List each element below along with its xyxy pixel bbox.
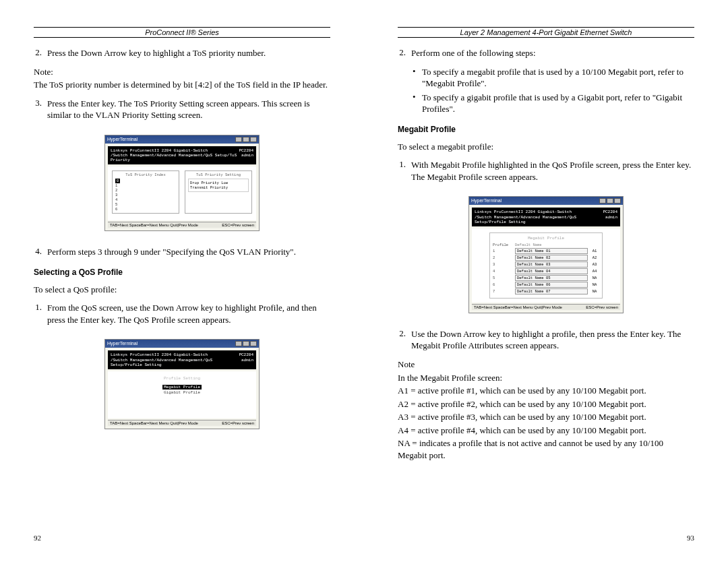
- terminal-header: Linksys ProConnectII 2204 Gigabit-Switch…: [108, 146, 256, 165]
- left-step-3: 3. Press the Enter key. The ToS Priority…: [34, 98, 330, 121]
- right-step-2: 2. Perform one of the following steps:: [398, 47, 694, 59]
- qos-intro: To select a QoS profile:: [34, 284, 330, 296]
- a4-text: A4 = active profile #4, which can be use…: [398, 425, 694, 437]
- bullet-gigabit: • To specify a gigabit profile that is u…: [413, 92, 694, 115]
- close-icon[interactable]: [250, 137, 257, 142]
- titlebar: HyperTerminal: [469, 197, 623, 205]
- window-title: HyperTerminal: [471, 198, 502, 204]
- bullet-icon: •: [413, 92, 422, 115]
- terminal-window: HyperTerminal Linksys ProConnectII 2204 …: [104, 339, 260, 429]
- profile-row: 2Default Name 02A2: [493, 255, 599, 261]
- page-number-right: 93: [687, 534, 694, 542]
- section-megabit-profile: Megabit Profile: [398, 125, 694, 134]
- terminal-content: Megabit Profile Profile Default Name 1De…: [472, 228, 620, 303]
- left-header-rule: ProConnect II® Series: [34, 27, 330, 38]
- profile-row: 1Default Name 01A1: [493, 248, 599, 254]
- a2-text: A2 = active profile #2, which can be use…: [398, 398, 694, 410]
- page-number-left: 92: [34, 534, 41, 542]
- screenshot-megabit-profile: HyperTerminal Linksys ProConnectII 2204 …: [398, 196, 694, 313]
- terminal-header: Linksys ProConnectII 2204 Gigabit-Switch…: [472, 208, 620, 226]
- terminal-window: HyperTerminal Linksys ProConnectII 2204 …: [468, 196, 624, 313]
- screenshot-qos-profile: HyperTerminal Linksys ProConnectII 2204 …: [34, 339, 330, 429]
- terminal-header: Linksys ProConnectII 2204 Gigabit-Switch…: [108, 350, 256, 369]
- profile-row: 3Default Name 03A3: [493, 261, 599, 268]
- profile-row: 6Default Name 06NA: [493, 282, 599, 288]
- left-page: ProConnect II® Series 2. Press the Down …: [0, 0, 364, 562]
- terminal-statusbar: TAB=Next SpaceBar=Next Menu Quit|Prev Mo…: [108, 222, 256, 228]
- terminal-statusbar: TAB=Next SpaceBar=Next Menu Quit|Prev Mo…: [472, 304, 620, 310]
- a1-text: A1 = active profile #1, which can be use…: [398, 385, 694, 397]
- section-selecting-qos: Selecting a QoS Profile: [34, 268, 330, 277]
- close-icon[interactable]: [614, 198, 621, 204]
- minimize-icon[interactable]: [235, 137, 242, 142]
- window-buttons: [599, 198, 621, 204]
- right-note-intro: In the Megabit Profile screen:: [398, 372, 694, 384]
- profile-row: 4Default Name 04A4: [493, 268, 599, 274]
- window-title: HyperTerminal: [107, 341, 138, 346]
- terminal-window: HyperTerminal Linksys ProConnectII 2204 …: [104, 135, 260, 232]
- left-header: ProConnect II® Series: [34, 28, 330, 36]
- terminal-statusbar: TAB=Next SpaceBar=Next Menu Quit|Prev Mo…: [108, 420, 256, 426]
- window-buttons: [235, 341, 257, 346]
- minimize-icon[interactable]: [235, 341, 242, 346]
- qos-step-1: 1. From the QoS screen, use the Down Arr…: [34, 302, 330, 325]
- profile-row: 7Default Name 07NA: [493, 288, 599, 294]
- terminal-content: ToS Priority Index 0 1 2 3 4 5 6: [108, 166, 256, 220]
- bullet-megabit: • To specify a megabit profile that is u…: [413, 66, 694, 90]
- megabit-step-2: 2. Use the Down Arrow key to highlight a…: [398, 328, 694, 352]
- tos-index-list: 0 1 2 3 4 5 6: [115, 179, 176, 212]
- titlebar: HyperTerminal: [105, 340, 259, 348]
- maximize-icon[interactable]: [243, 341, 249, 346]
- left-step-2: 2. Press the Down Arrow key to highlight…: [34, 47, 330, 59]
- note-label: Note:: [34, 66, 330, 78]
- na-text: NA = indicates a profile that is not act…: [398, 437, 694, 461]
- megabit-intro: To select a megabit profile:: [398, 141, 694, 153]
- left-step-4: 4. Perform steps 3 through 9 under "Spec…: [34, 246, 330, 258]
- profile-row: 5Default Name 05NA: [493, 275, 599, 281]
- close-icon[interactable]: [250, 341, 257, 346]
- right-page: Layer 2 Management 4-Port Gigabit Ethern…: [364, 0, 728, 562]
- right-header: Layer 2 Management 4-Port Gigabit Ethern…: [398, 28, 694, 36]
- terminal-content: Profile Setting Megabit Profile Gigabit …: [108, 371, 256, 418]
- maximize-icon[interactable]: [607, 198, 613, 204]
- titlebar: HyperTerminal: [105, 135, 259, 144]
- minimize-icon[interactable]: [599, 198, 606, 204]
- window-title: HyperTerminal: [107, 137, 138, 142]
- megabit-step-1: 1. With Megabit Profile highlighted in t…: [398, 159, 694, 183]
- bullet-icon: •: [413, 66, 422, 90]
- window-buttons: [235, 137, 257, 142]
- screenshot-tos-priority: HyperTerminal Linksys ProConnectII 2204 …: [34, 135, 330, 232]
- a3-text: A3 = active profile #3, which can be use…: [398, 411, 694, 423]
- right-header-rule: Layer 2 Management 4-Port Gigabit Ethern…: [398, 27, 694, 38]
- note-text: The ToS priority number is determined by…: [34, 79, 330, 91]
- right-note-label: Note: [398, 358, 694, 371]
- maximize-icon[interactable]: [243, 137, 249, 142]
